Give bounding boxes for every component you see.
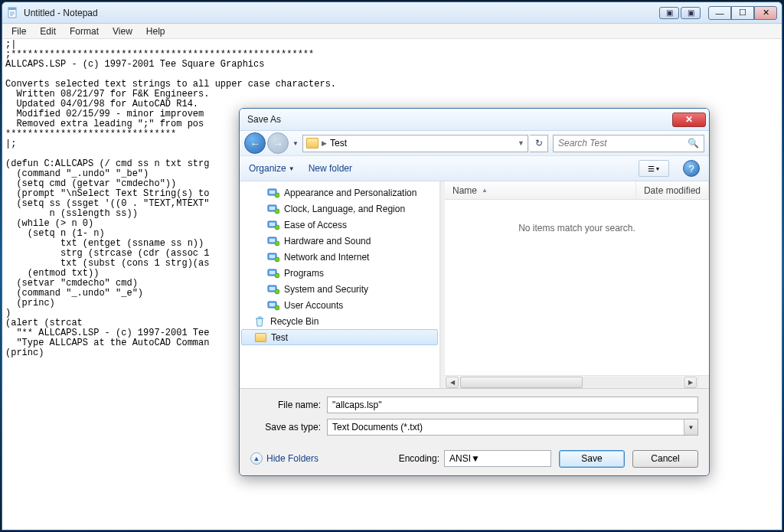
search-box[interactable]: 🔍 — [553, 135, 704, 152]
horizontal-scrollbar[interactable]: ◀ ▶ — [445, 375, 709, 388]
menu-file[interactable]: File — [5, 25, 32, 38]
save-as-dialog: Save As ✕ ← → ▼ ▶ Test ▼ ↻ 🔍 Organize▼ N… — [239, 108, 710, 476]
scroll-left-button[interactable]: ◀ — [446, 377, 459, 388]
breadcrumb-dropdown-icon[interactable]: ▼ — [518, 139, 524, 147]
menu-view[interactable]: View — [106, 25, 139, 38]
aux-window-button-1[interactable]: ▣ — [659, 7, 679, 19]
encoding-combobox[interactable]: ANSI▼ — [444, 450, 551, 467]
svg-rect-9 — [270, 207, 275, 210]
control-panel-icon — [267, 251, 279, 263]
svg-point-16 — [275, 241, 279, 246]
cancel-button[interactable]: Cancel — [632, 450, 698, 468]
saveastype-combobox[interactable]: Text Documents (*.txt)▼ — [327, 419, 698, 436]
scroll-thumb[interactable] — [460, 377, 583, 388]
dialog-titlebar: Save As ✕ — [240, 109, 709, 131]
tree-item-6[interactable]: System and Security — [240, 281, 439, 297]
help-button[interactable]: ? — [683, 160, 700, 177]
notepad-titlebar: Untitled - Notepad ▣ ▣ — ☐ ✕ — [2, 2, 782, 24]
svg-rect-12 — [270, 223, 275, 226]
search-icon[interactable]: 🔍 — [688, 138, 699, 149]
filename-label: File name: — [250, 400, 327, 410]
dialog-close-button[interactable]: ✕ — [672, 113, 706, 127]
notepad-icon — [7, 7, 19, 19]
close-button[interactable]: ✕ — [754, 6, 777, 20]
tree-item-2[interactable]: Ease of Access — [240, 217, 439, 233]
svg-point-13 — [275, 225, 279, 230]
menu-format[interactable]: Format — [64, 25, 105, 38]
menu-edit[interactable]: Edit — [34, 25, 62, 38]
tree-item-label: Hardware and Sound — [284, 236, 371, 246]
svg-point-10 — [275, 209, 279, 214]
svg-point-7 — [275, 193, 279, 197]
saveastype-label: Save as type: — [250, 422, 327, 432]
search-input[interactable] — [558, 138, 688, 149]
tree-item-0[interactable]: Appearance and Personalization — [240, 184, 439, 201]
tree-item-label: System and Security — [284, 284, 368, 295]
folder-icon — [306, 138, 318, 149]
dialog-title: Save As — [247, 114, 672, 125]
tree-item-1[interactable]: Clock, Language, and Region — [240, 201, 439, 217]
svg-rect-1 — [8, 8, 16, 10]
svg-rect-21 — [270, 271, 275, 274]
empty-message: No items match your search. — [445, 200, 709, 375]
recycle-bin-icon — [253, 315, 266, 328]
svg-rect-6 — [270, 191, 275, 194]
nav-tree[interactable]: Appearance and PersonalizationClock, Lan… — [240, 181, 440, 388]
size-grip — [697, 376, 709, 388]
tree-item-5[interactable]: Programs — [240, 265, 439, 281]
new-folder-button[interactable]: New folder — [309, 163, 352, 174]
chevron-up-icon: ▲ — [250, 452, 263, 465]
svg-rect-24 — [270, 287, 275, 290]
notepad-menubar: File Edit Format View Help — [2, 24, 782, 39]
menu-help[interactable]: Help — [140, 25, 172, 38]
folder-icon — [254, 331, 266, 344]
tree-item-label: Programs — [284, 268, 324, 279]
breadcrumb-arrow-icon: ▶ — [322, 139, 327, 147]
save-button[interactable]: Save — [559, 450, 625, 468]
hide-folders-button[interactable]: ▲Hide Folders — [250, 452, 318, 465]
svg-rect-15 — [270, 239, 275, 242]
svg-point-25 — [275, 289, 279, 294]
tree-item-label: Clock, Language, and Region — [284, 204, 405, 214]
control-panel-icon — [267, 203, 279, 215]
tree-item-4[interactable]: Network and Internet — [240, 249, 439, 265]
dialog-navbar: ← → ▼ ▶ Test ▼ ↻ 🔍 — [240, 131, 709, 156]
file-list[interactable]: Name▲ Date modified No items match your … — [445, 181, 709, 388]
tree-test-folder[interactable]: Test — [241, 329, 438, 345]
tree-item-7[interactable]: User Accounts — [240, 297, 439, 313]
maximize-button[interactable]: ☐ — [731, 6, 754, 20]
svg-rect-18 — [270, 255, 275, 258]
scroll-right-button[interactable]: ▶ — [684, 377, 697, 388]
control-panel-icon — [267, 219, 279, 231]
back-button[interactable]: ← — [244, 132, 266, 154]
dialog-toolbar: Organize▼ New folder ☰ ▼ ? — [240, 156, 709, 181]
view-options-button[interactable]: ☰ ▼ — [639, 160, 669, 177]
encoding-label: Encoding: — [399, 453, 439, 464]
tree-item-label: Ease of Access — [284, 220, 347, 230]
forward-button: → — [267, 132, 289, 154]
control-panel-icon — [267, 267, 279, 279]
tree-item-label: Network and Internet — [284, 252, 369, 263]
svg-point-22 — [275, 273, 279, 278]
svg-rect-27 — [270, 303, 275, 306]
notepad-title: Untitled - Notepad — [24, 8, 659, 18]
tree-item-label: Recycle Bin — [270, 316, 318, 327]
organize-button[interactable]: Organize▼ — [249, 163, 295, 174]
tree-item-3[interactable]: Hardware and Sound — [240, 233, 439, 249]
breadcrumb-bar[interactable]: ▶ Test ▼ — [302, 135, 528, 152]
chevron-down-icon: ▼ — [684, 419, 697, 435]
column-date[interactable]: Date modified — [636, 181, 709, 199]
control-panel-icon — [267, 283, 279, 295]
tree-item-label: Appearance and Personalization — [284, 188, 416, 198]
minimize-button[interactable]: — — [708, 6, 731, 20]
column-headers: Name▲ Date modified — [445, 181, 709, 200]
nav-history-dropdown[interactable]: ▼ — [290, 135, 301, 152]
svg-point-19 — [275, 257, 279, 262]
tree-recycle-bin[interactable]: Recycle Bin — [240, 313, 439, 329]
column-name[interactable]: Name▲ — [445, 181, 636, 199]
aux-window-button-2[interactable]: ▣ — [681, 7, 701, 19]
breadcrumb-folder[interactable]: Test — [330, 138, 347, 149]
filename-input[interactable] — [327, 397, 698, 413]
refresh-button[interactable]: ↻ — [530, 135, 548, 152]
tree-item-label: User Accounts — [284, 300, 343, 311]
